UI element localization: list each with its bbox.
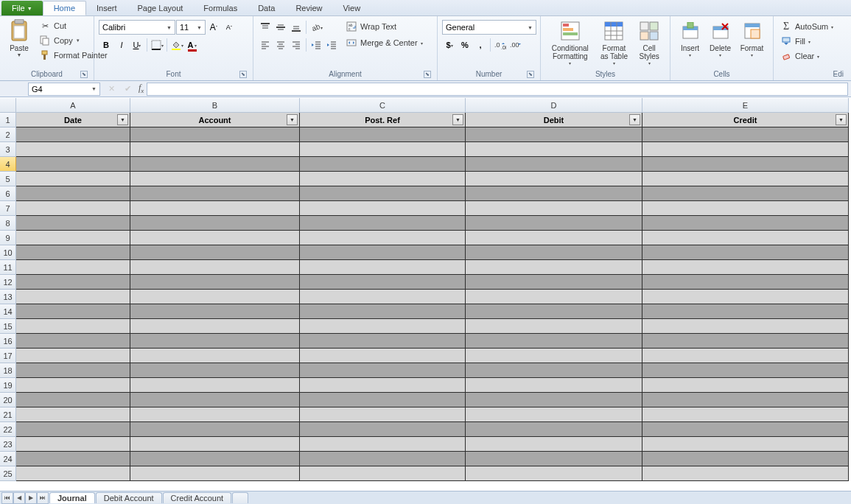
row-header-2[interactable]: 2 [0,127,16,142]
table-cell[interactable] [130,127,300,142]
table-cell[interactable] [642,142,849,157]
font-color-button[interactable]: A ▾ [185,38,200,52]
table-cell[interactable] [642,304,849,319]
align-left-button[interactable] [258,38,273,52]
filter-dropdown-button[interactable]: ▼ [629,114,640,125]
table-cell[interactable] [642,172,849,186]
fx-icon[interactable]: fx [139,83,144,94]
table-cell[interactable] [642,157,849,172]
table-cell[interactable] [16,142,130,157]
table-cell[interactable] [466,245,642,260]
table-cell[interactable] [130,407,300,422]
table-cell[interactable] [300,334,466,349]
decrease-decimal-button[interactable]: .00 [508,38,523,52]
table-cell[interactable] [300,231,466,245]
table-cell[interactable] [130,422,300,437]
table-cell[interactable] [466,466,642,481]
table-cell[interactable] [16,319,130,334]
row-header-15[interactable]: 15 [0,319,16,334]
table-cell[interactable] [466,186,642,201]
table-cell[interactable] [130,349,300,363]
table-cell[interactable] [16,378,130,393]
table-cell[interactable] [466,157,642,172]
table-cell[interactable] [642,216,849,231]
row-header-1[interactable]: 1 [0,113,16,127]
dialog-launcher-icon[interactable]: ⬊ [239,71,247,78]
table-cell[interactable] [130,378,300,393]
table-cell[interactable] [466,393,642,407]
table-cell[interactable] [466,363,642,378]
table-cell[interactable] [300,437,466,452]
table-cell[interactable] [130,334,300,349]
table-cell[interactable] [130,452,300,466]
table-cell[interactable] [300,349,466,363]
row-header-19[interactable]: 19 [0,378,16,393]
tab-insert[interactable]: Insert [86,1,127,15]
name-box[interactable]: G4 ▼ [28,83,100,96]
table-header-cell[interactable]: Post. Ref▼ [300,113,466,127]
row-header-8[interactable]: 8 [0,216,16,231]
table-cell[interactable] [642,334,849,349]
column-header-C[interactable]: C [300,98,466,113]
align-top-button[interactable] [258,20,273,35]
clear-button[interactable]: Clear▾ [778,49,822,63]
table-cell[interactable] [300,142,466,157]
table-cell[interactable] [466,319,642,334]
format-cells-button[interactable]: Format▾ [735,18,768,59]
table-cell[interactable] [300,216,466,231]
table-cell[interactable] [130,304,300,319]
row-header-13[interactable]: 13 [0,290,16,304]
table-cell[interactable] [642,127,849,142]
table-cell[interactable] [642,422,849,437]
table-cell[interactable] [130,260,300,275]
table-cell[interactable] [300,186,466,201]
sheet-nav-first[interactable]: ⏮ [1,492,13,504]
table-cell[interactable] [642,363,849,378]
table-cell[interactable] [300,245,466,260]
table-cell[interactable] [300,172,466,186]
row-header-11[interactable]: 11 [0,260,16,275]
enter-formula-button[interactable]: ✔ [119,83,136,96]
sheet-tab-debit-account[interactable]: Debit Account [96,492,162,503]
table-cell[interactable] [130,245,300,260]
increase-decimal-button[interactable]: .0.00 [493,38,508,52]
row-header-9[interactable]: 9 [0,231,16,245]
row-header-7[interactable]: 7 [0,201,16,216]
table-cell[interactable] [16,363,130,378]
wrap-text-button[interactable]: abc Wrap Text [343,20,425,33]
table-cell[interactable] [466,260,642,275]
table-cell[interactable] [16,157,130,172]
table-cell[interactable] [642,260,849,275]
table-cell[interactable] [300,363,466,378]
table-cell[interactable] [300,260,466,275]
row-header-21[interactable]: 21 [0,407,16,422]
table-cell[interactable] [16,393,130,407]
row-header-18[interactable]: 18 [0,363,16,378]
table-cell[interactable] [466,349,642,363]
formula-input[interactable] [147,83,848,96]
table-cell[interactable] [466,172,642,186]
underline-button[interactable]: U▾ [130,38,144,52]
number-format-combo[interactable]: General▼ [442,20,536,35]
column-header-E[interactable]: E [642,98,849,113]
table-cell[interactable] [642,378,849,393]
table-cell[interactable] [466,127,642,142]
dialog-launcher-icon[interactable]: ⬊ [424,71,431,78]
merge-center-button[interactable]: Merge & Center ▾ [343,36,425,49]
table-cell[interactable] [16,201,130,216]
table-cell[interactable] [300,304,466,319]
table-cell[interactable] [16,452,130,466]
row-header-3[interactable]: 3 [0,142,16,157]
cell-styles-button[interactable]: Cell Styles▾ [633,18,665,67]
table-cell[interactable] [130,319,300,334]
table-cell[interactable] [642,245,849,260]
table-cell[interactable] [642,393,849,407]
table-header-cell[interactable]: Debit▼ [466,113,642,127]
row-header-10[interactable]: 10 [0,245,16,260]
tab-view[interactable]: View [332,1,371,15]
grow-font-button[interactable]: Aˆ [206,20,221,35]
increase-indent-button[interactable] [324,38,339,52]
table-cell[interactable] [300,157,466,172]
table-cell[interactable] [130,201,300,216]
table-cell[interactable] [16,334,130,349]
